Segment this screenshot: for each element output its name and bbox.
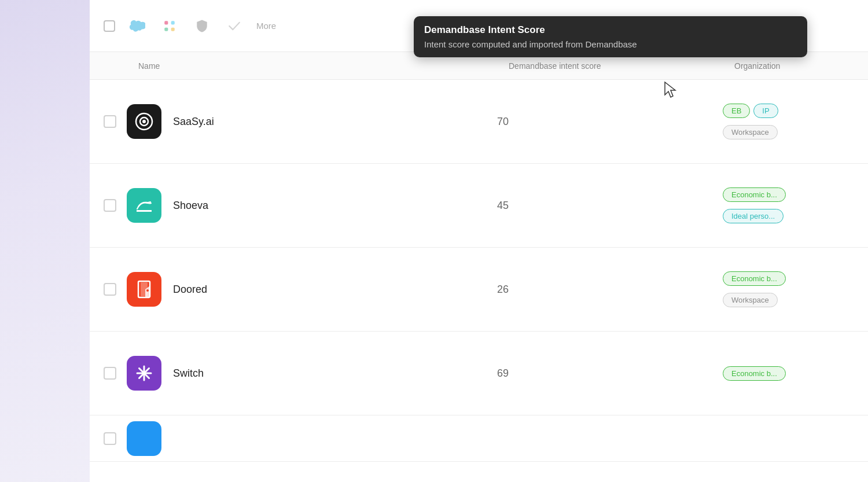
org-tags-2: Economic b... Ideal perso... xyxy=(723,187,854,223)
tooltip: Demandbase Intent Score Intent score com… xyxy=(414,16,807,57)
column-header-name: Name xyxy=(104,61,509,71)
toolbar: More Demandbase Intent Score Intent scor… xyxy=(90,0,868,52)
switch-icon xyxy=(127,356,161,391)
column-header-org: Organization xyxy=(734,61,854,71)
svg-point-9 xyxy=(146,289,149,292)
row-checkbox-5[interactable] xyxy=(104,432,116,445)
org-tags-3: Economic b... Workspace xyxy=(723,271,854,307)
row-checkbox-3[interactable] xyxy=(104,283,116,296)
svg-rect-2 xyxy=(164,27,168,31)
tag-workspace-1[interactable]: Workspace xyxy=(723,125,778,139)
tooltip-title: Demandbase Intent Score xyxy=(424,24,797,36)
tag-eb[interactable]: EB xyxy=(723,104,750,118)
score-value-2: 45 xyxy=(497,200,723,212)
tag-economic-b-4[interactable]: Economic b... xyxy=(723,366,786,381)
score-value-1: 70 xyxy=(497,116,723,128)
table-row: Shoeva 45 Economic b... Ideal perso... xyxy=(90,164,868,248)
tooltip-description: Intent score computed and imported from … xyxy=(424,39,797,49)
column-header-score[interactable]: Demandbase intent score xyxy=(509,61,734,71)
table-row: SaaSy.ai 70 EB IP Workspace xyxy=(90,80,868,164)
partial-icon xyxy=(127,421,161,456)
select-all-checkbox[interactable] xyxy=(104,20,115,32)
table-row-partial xyxy=(90,415,868,462)
org-tags-1: EB IP Workspace xyxy=(723,104,854,139)
company-name-2: Shoeva xyxy=(173,200,497,212)
svg-rect-3 xyxy=(171,27,175,31)
more-button[interactable]: More xyxy=(256,21,276,31)
svg-rect-0 xyxy=(164,21,168,24)
company-name-4: Switch xyxy=(173,367,497,380)
score-value-4: 69 xyxy=(497,367,723,380)
main-content: More Demandbase Intent Score Intent scor… xyxy=(90,0,868,482)
tag-ip[interactable]: IP xyxy=(753,104,778,118)
company-name-3: Doored xyxy=(173,284,497,296)
doored-icon xyxy=(127,272,161,307)
company-name-1: SaaSy.ai xyxy=(173,116,497,128)
tag-ideal-perso-2[interactable]: Ideal perso... xyxy=(723,209,784,223)
shield-icon[interactable] xyxy=(192,16,212,36)
tag-workspace-3[interactable]: Workspace xyxy=(723,293,778,307)
row-checkbox-4[interactable] xyxy=(104,367,116,380)
salesforce-icon[interactable] xyxy=(127,16,148,36)
slack-icon[interactable] xyxy=(159,16,180,36)
table-row: Switch 69 Economic b... xyxy=(90,332,868,415)
org-tags-4: Economic b... xyxy=(723,366,854,381)
score-value-3: 26 xyxy=(497,284,723,296)
check-icon[interactable] xyxy=(224,16,245,36)
tag-economic-b-2[interactable]: Economic b... xyxy=(723,187,786,202)
row-checkbox-2[interactable] xyxy=(104,199,116,212)
shoeva-icon xyxy=(127,188,161,223)
saasy-icon xyxy=(127,104,161,139)
row-checkbox-1[interactable] xyxy=(104,115,116,128)
svg-rect-1 xyxy=(171,21,175,24)
table-row: Doored 26 Economic b... Workspace xyxy=(90,248,868,332)
svg-point-6 xyxy=(142,120,146,123)
tag-economic-b-3[interactable]: Economic b... xyxy=(723,271,786,286)
sidebar xyxy=(0,0,90,482)
